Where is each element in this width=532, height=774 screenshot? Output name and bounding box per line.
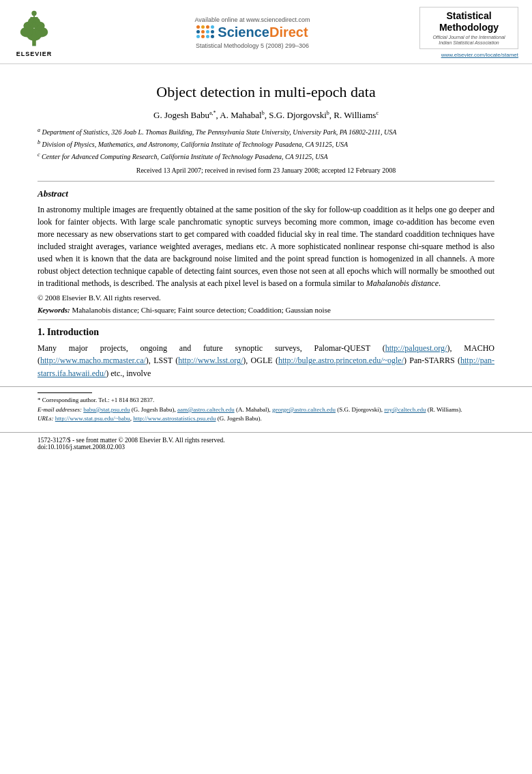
journal-header: ELSEVIER Available online at www.science…: [0, 0, 532, 64]
sciencedirect-logo: ScienceDirect: [196, 25, 308, 40]
introduction-body: Many major projects, ongoing and future …: [38, 342, 494, 380]
footer-rule: [38, 392, 92, 393]
corresponding-author-note: * Corresponding author. Tel.: +1 814 863…: [38, 396, 494, 405]
journal-citation: Statistical Methodology 5 (2008) 299–306: [196, 42, 309, 49]
abstract-divider: [38, 319, 494, 320]
keywords-values: Mahalanobis distance; Chi-square; Faint …: [72, 306, 330, 314]
copyright-text: © 2008 Elsevier B.V. All rights reserved…: [38, 293, 494, 302]
issn-line: 1572-3127/$ - see front matter © 2008 El…: [38, 437, 494, 444]
keywords-block: Keywords: Mahalanobis distance; Chi-squa…: [38, 306, 494, 314]
affiliation-b: b Division of Physics, Mathematics, and …: [38, 139, 494, 149]
stat-meth-title: StatisticalMethodology: [426, 10, 512, 33]
star-note: * Corresponding author. Tel.: +1 814 863…: [38, 397, 154, 403]
paper-title: Object detection in multi-epoch data: [38, 83, 494, 101]
email-addresses: babu@stat.psu.edu (G. Jogesh Babu), aam@…: [83, 406, 462, 413]
affiliation-a: a Department of Statistics, 326 Joab L. …: [38, 126, 494, 137]
urls-note: URLs: http://www.stat.psu.edu/~babu, htt…: [38, 414, 494, 424]
elsevier-logo: ELSEVIER: [14, 8, 55, 57]
author-babu: G. Jogesh Babua,*, A. Mahabalb, S.G. Djo…: [153, 110, 379, 120]
ogle-link[interactable]: http://bulge.astro.princeton.edu/~ogle/: [278, 356, 404, 365]
footer-notes: * Corresponding author. Tel.: +1 814 863…: [0, 386, 532, 429]
journal-url[interactable]: www.elsevier.com/locate/stamet: [441, 52, 518, 58]
journal-branding-right: StatisticalMethodology Official Journal …: [416, 7, 518, 58]
footer-bottom: 1572-3127/$ - see front matter © 2008 El…: [0, 432, 532, 455]
introduction-heading: 1. Introduction: [38, 327, 494, 338]
available-online-text: Available online at www.sciencedirect.co…: [195, 16, 310, 23]
email-label: E-mail addresses:: [38, 406, 82, 413]
authors-line: G. Jogesh Babua,*, A. Mahabalb, S.G. Djo…: [38, 109, 494, 120]
svg-point-7: [31, 10, 36, 15]
sciencedirect-dots-icon: [196, 25, 215, 39]
affiliation-c: c Center for Advanced Computing Research…: [38, 151, 494, 162]
sciencedirect-text: ScienceDirect: [218, 25, 308, 40]
affiliations-block: a Department of Statistics, 326 Joab L. …: [38, 126, 494, 162]
received-dates: Received 13 April 2007; received in revi…: [38, 167, 494, 174]
palquest-link[interactable]: http://palquest.org/: [385, 343, 447, 353]
doi-line: doi:10.1016/j.stamet.2008.02.003: [38, 444, 494, 450]
elsevier-label: ELSEVIER: [16, 51, 53, 57]
main-content: Object detection in multi-epoch data G. …: [0, 64, 532, 386]
elsevier-branding: ELSEVIER: [14, 7, 89, 58]
header-divider: [38, 181, 494, 182]
statistical-methodology-box: StatisticalMethodology Official Journal …: [419, 7, 518, 49]
keywords-label: Keywords:: [38, 306, 70, 314]
journal-center-header: Available online at www.sciencedirect.co…: [89, 7, 416, 58]
urls-label: URLs:: [38, 415, 54, 422]
mahalanobis-ref: Mahalanobis distance: [366, 278, 439, 288]
abstract-body: In astronomy multiple images are frequen…: [38, 203, 494, 289]
elsevier-tree-icon: [14, 8, 55, 49]
abstract-heading: Abstract: [38, 188, 494, 199]
stat-meth-subtitle: Official Journal of the InternationalInd…: [426, 35, 512, 46]
page: ELSEVIER Available online at www.science…: [0, 0, 532, 774]
url-values: http://www.stat.psu.edu/~babu, http://ww…: [55, 415, 262, 422]
lsst-link[interactable]: http://www.lsst.org/: [178, 356, 243, 365]
macho-link[interactable]: http://www.macho.mcmaster.ca/: [40, 356, 146, 365]
email-note: E-mail addresses: babu@stat.psu.edu (G. …: [38, 405, 494, 415]
